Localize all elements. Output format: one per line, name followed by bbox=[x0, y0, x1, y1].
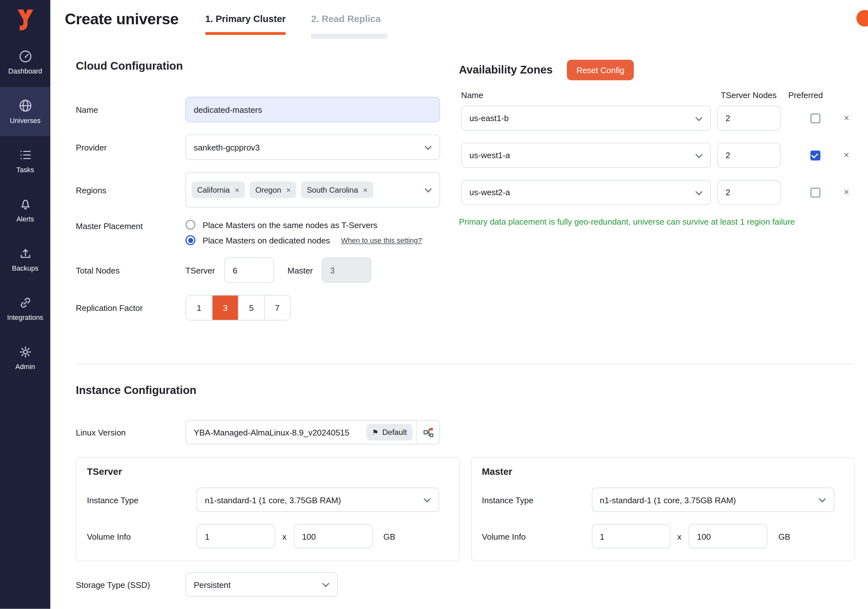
regions-multiselect[interactable]: California × Oregon × South Carolina × bbox=[185, 172, 440, 208]
storage-type-select[interactable]: Persistent bbox=[185, 572, 338, 597]
page-title: Create universe bbox=[65, 11, 179, 28]
reset-config-button[interactable]: Reset Config bbox=[567, 60, 634, 80]
az-row: us-west1-a × bbox=[459, 143, 854, 168]
linux-version-label: Linux Version bbox=[76, 428, 185, 437]
when-to-use-link[interactable]: When to use this setting? bbox=[341, 236, 422, 245]
admin-gear-icon bbox=[18, 345, 32, 359]
region-chips: California × Oregon × South Carolina × bbox=[191, 181, 373, 198]
sidebar-item-alerts[interactable]: Alerts bbox=[0, 185, 51, 234]
storage-type-value: Persistent bbox=[194, 580, 231, 589]
chevron-down-icon bbox=[695, 151, 702, 158]
tab-read-replica[interactable]: 2. Read Replica bbox=[311, 0, 381, 39]
preferred-checkbox[interactable] bbox=[811, 113, 820, 123]
remove-region-icon[interactable]: × bbox=[286, 185, 291, 194]
region-chip-label: Oregon bbox=[255, 185, 281, 194]
remove-region-icon[interactable]: × bbox=[363, 185, 367, 194]
yugabyte-logo-icon bbox=[16, 8, 34, 33]
region-chip: South Carolina × bbox=[301, 181, 373, 198]
sidebar-item-admin[interactable]: Admin bbox=[0, 333, 51, 383]
radio-icon bbox=[185, 220, 195, 230]
az-col-name: Name bbox=[461, 90, 483, 99]
instance-type-value: n1-standard-1 (1 core, 3.75GB RAM) bbox=[600, 495, 736, 504]
az-zone-select[interactable]: us-east1-b bbox=[461, 106, 711, 131]
sidebar-item-label: Backups bbox=[12, 265, 38, 272]
volume-info-label: Volume Info bbox=[87, 532, 197, 541]
az-nodes-input[interactable] bbox=[717, 106, 780, 131]
master-volume-size-input[interactable] bbox=[689, 524, 767, 548]
chevron-down-icon bbox=[423, 496, 431, 503]
tab-label: 1. Primary Cluster bbox=[205, 14, 286, 25]
instance-type-value: n1-standard-1 (1 core, 3.75GB RAM) bbox=[205, 495, 341, 504]
availability-zones-title: Availability Zones bbox=[459, 64, 553, 76]
provider-select[interactable]: sanketh-gcpprov3 bbox=[185, 135, 440, 160]
volume-multiplier: x bbox=[677, 532, 681, 541]
az-zone-select[interactable]: us-west1-a bbox=[461, 143, 711, 168]
preferred-checkbox[interactable] bbox=[811, 187, 820, 197]
radio-label: Place Masters on dedicated nodes bbox=[203, 236, 330, 245]
az-zone-select[interactable]: us-west2-a bbox=[461, 180, 711, 205]
rf-option-3[interactable]: 3 bbox=[212, 296, 238, 320]
remove-az-icon[interactable]: × bbox=[844, 113, 849, 124]
master-volume-count-input[interactable] bbox=[592, 524, 670, 548]
cluster-tabs: 1. Primary Cluster 2. Read Replica bbox=[205, 0, 381, 39]
rf-option-5[interactable]: 5 bbox=[238, 296, 264, 320]
release-tree-button[interactable] bbox=[417, 420, 440, 444]
master-instance-type-select[interactable]: n1-standard-1 (1 core, 3.75GB RAM) bbox=[592, 488, 834, 512]
master-card: Master Instance Type n1-standard-1 (1 co… bbox=[471, 457, 854, 561]
az-zone-value: us-east1-b bbox=[470, 113, 509, 123]
remove-az-icon[interactable]: × bbox=[844, 187, 849, 198]
radio-same-nodes[interactable]: Place Masters on the same nodes as T-Ser… bbox=[185, 220, 422, 230]
sidebar-nav: Dashboard Universes Tasks Alerts bbox=[0, 38, 51, 383]
tab-primary-cluster[interactable]: 1. Primary Cluster bbox=[205, 0, 286, 39]
radio-checked-icon bbox=[185, 235, 195, 245]
az-nodes-input[interactable] bbox=[717, 180, 780, 205]
remove-region-icon[interactable]: × bbox=[235, 185, 239, 194]
flag-icon: ⚑ bbox=[372, 428, 378, 437]
az-row: us-east1-b × bbox=[459, 106, 854, 131]
preferred-checkbox[interactable] bbox=[811, 150, 820, 160]
chevron-down-icon bbox=[818, 496, 826, 503]
region-chip-label: South Carolina bbox=[307, 185, 358, 194]
volume-info-label: Volume Info bbox=[482, 532, 592, 541]
rf-option-7[interactable]: 7 bbox=[264, 296, 290, 320]
availability-zones-section: Availability Zones Reset Config Name TSe… bbox=[459, 60, 854, 226]
avatar-partial[interactable] bbox=[857, 10, 868, 26]
chevron-down-icon bbox=[425, 186, 432, 193]
alerts-icon bbox=[18, 197, 32, 212]
chevron-down-icon bbox=[695, 114, 702, 121]
create-universe-app: Dashboard Universes Tasks Alerts bbox=[0, 0, 868, 609]
linux-version-value: YBA-Managed-AlmaLinux-8.9_v20240515 bbox=[194, 428, 366, 437]
chevron-down-icon bbox=[695, 188, 702, 195]
sidebar-item-label: Universes bbox=[10, 117, 40, 124]
dashboard-icon bbox=[18, 49, 32, 64]
sidebar-item-integrations[interactable]: Integrations bbox=[0, 284, 51, 333]
sidebar-item-backups[interactable]: Backups bbox=[0, 234, 51, 284]
tserver-total-nodes-input[interactable] bbox=[224, 257, 274, 283]
az-nodes-input[interactable] bbox=[717, 143, 780, 168]
instance-type-label: Instance Type bbox=[87, 495, 197, 504]
sidebar-item-tasks[interactable]: Tasks bbox=[0, 136, 51, 185]
radio-dedicated-nodes[interactable]: Place Masters on dedicated nodes When to… bbox=[185, 235, 422, 245]
yugabyte-logo[interactable] bbox=[0, 0, 51, 38]
sidebar-item-label: Dashboard bbox=[8, 67, 42, 75]
remove-az-icon[interactable]: × bbox=[844, 150, 849, 161]
master-inline-label: Master bbox=[288, 265, 313, 275]
replication-factor-selector: 1 3 5 7 bbox=[185, 295, 290, 321]
az-col-preferred: Preferred bbox=[789, 90, 823, 99]
volume-unit: GB bbox=[778, 532, 790, 541]
provider-label: Provider bbox=[76, 143, 185, 152]
topbar: Create universe 1. Primary Cluster 2. Re… bbox=[51, 0, 868, 39]
tab-label: 2. Read Replica bbox=[311, 14, 381, 25]
sidebar-item-universes[interactable]: Universes bbox=[0, 87, 51, 136]
az-zone-value: us-west1-a bbox=[470, 150, 510, 160]
universe-name-input[interactable] bbox=[185, 97, 440, 122]
linux-version-select[interactable]: YBA-Managed-AlmaLinux-8.9_v20240515 ⚑ De… bbox=[185, 420, 440, 445]
tserver-instance-type-select[interactable]: n1-standard-1 (1 core, 3.75GB RAM) bbox=[197, 488, 439, 512]
az-col-tserver-nodes: TServer Nodes bbox=[721, 90, 777, 99]
tserver-volume-count-input[interactable] bbox=[197, 524, 275, 548]
instance-type-label: Instance Type bbox=[482, 495, 592, 504]
tserver-volume-size-input[interactable] bbox=[294, 524, 372, 548]
sidebar-item-dashboard[interactable]: Dashboard bbox=[0, 38, 51, 87]
universes-icon bbox=[18, 98, 32, 113]
rf-option-1[interactable]: 1 bbox=[186, 296, 212, 320]
